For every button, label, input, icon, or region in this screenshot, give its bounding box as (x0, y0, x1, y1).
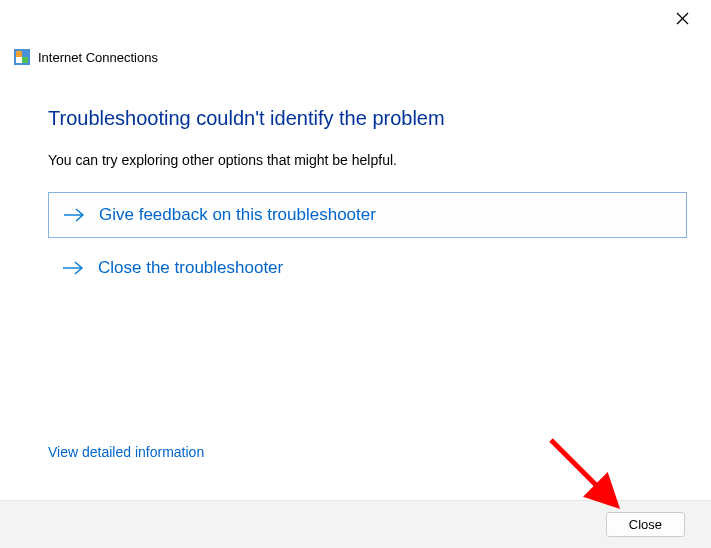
option-label: Give feedback on this troubleshooter (99, 205, 376, 225)
internet-connections-icon (14, 49, 30, 65)
subtext: You can try exploring other options that… (48, 152, 687, 168)
svg-rect-4 (22, 57, 28, 63)
arrow-right-icon (63, 207, 85, 223)
view-detailed-information-link[interactable]: View detailed information (48, 444, 204, 460)
option-close-troubleshooter[interactable]: Close the troubleshooter (48, 246, 687, 290)
svg-line-9 (551, 440, 613, 502)
option-label: Close the troubleshooter (98, 258, 283, 278)
svg-rect-5 (16, 57, 22, 63)
close-icon (676, 12, 689, 25)
content-area: Troubleshooting couldn't identify the pr… (48, 107, 687, 298)
main-heading: Troubleshooting couldn't identify the pr… (48, 107, 687, 130)
window-close-button[interactable] (667, 3, 697, 33)
arrow-right-icon (62, 260, 84, 276)
close-button[interactable]: Close (606, 512, 685, 537)
dialog-header: Internet Connections (14, 49, 158, 65)
dialog-title: Internet Connections (38, 50, 158, 65)
dialog-footer: Close (0, 500, 711, 548)
svg-rect-3 (16, 51, 22, 57)
titlebar (667, 0, 711, 36)
option-give-feedback[interactable]: Give feedback on this troubleshooter (48, 192, 687, 238)
